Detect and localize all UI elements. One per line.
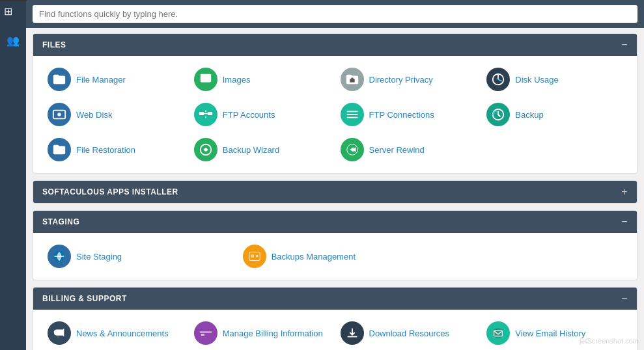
billing-section-header[interactable]: BILLING & SUPPORT −	[33, 288, 637, 310]
view-email-history-label: View Email History	[515, 329, 585, 338]
svg-rect-0	[201, 74, 212, 83]
staging-section-label: STAGING	[42, 217, 79, 226]
file-manager-label: File Manager	[76, 75, 126, 85]
sidebar-users-icon[interactable]: 👥	[4, 31, 22, 49]
web-disk-icon	[48, 103, 71, 126]
softaculous-section-label: SOFTACULOUS APPS INSTALLER	[42, 187, 178, 196]
file-restoration-item[interactable]: File Restoration	[42, 134, 189, 165]
directory-privacy-item[interactable]: Directory Privacy	[335, 64, 482, 95]
sidebar: ⊞ Home 👥	[0, 0, 26, 350]
server-rewind-icon	[341, 138, 364, 161]
backups-management-label: Backups Management	[272, 252, 356, 262]
files-section-header[interactable]: FILES −	[33, 34, 637, 56]
file-manager-item[interactable]: File Manager	[42, 64, 189, 95]
download-resources-item[interactable]: Download Resources	[335, 317, 482, 349]
directory-privacy-icon	[341, 68, 364, 91]
ftp-accounts-label: FTP Accounts	[223, 110, 275, 120]
backup-wizard-icon	[194, 138, 217, 161]
softaculous-section: SOFTACULOUS APPS INSTALLER +	[33, 180, 637, 204]
svg-rect-7	[208, 112, 212, 115]
staging-section-body: Site Staging Backups Management	[33, 233, 637, 280]
ftp-accounts-item[interactable]: FTP Accounts	[189, 99, 335, 130]
main-content: FILES − File Manager Images	[26, 0, 644, 350]
staging-items-grid: Site Staging Backups Management	[42, 241, 628, 272]
watermark: jetScreenshot.com	[580, 337, 639, 345]
softaculous-section-header[interactable]: SOFTACULOUS APPS INSTALLER +	[33, 181, 637, 203]
backup-wizard-item[interactable]: Backup Wizard	[189, 134, 335, 165]
staging-section: STAGING − Site Staging Backu	[33, 210, 637, 280]
ftp-connections-label: FTP Connections	[369, 110, 434, 120]
files-section: FILES − File Manager Images	[33, 33, 637, 174]
svg-point-17	[255, 255, 258, 258]
manage-billing-item[interactable]: Manage Billing Information	[189, 317, 335, 349]
svg-rect-6	[199, 112, 204, 115]
server-rewind-item[interactable]: Server Rewind	[335, 134, 482, 165]
site-staging-item[interactable]: Site Staging	[42, 241, 238, 272]
svg-rect-20	[200, 331, 212, 333]
sidebar-apps-icon[interactable]: ⊞ Home	[4, 5, 22, 23]
backup-icon	[486, 103, 510, 126]
svg-rect-18	[57, 336, 59, 338]
site-staging-label: Site Staging	[76, 252, 122, 262]
web-disk-item[interactable]: Web Disk	[42, 99, 189, 130]
disk-usage-icon	[486, 68, 510, 91]
backups-management-item[interactable]: Backups Management	[238, 241, 433, 272]
svg-point-5	[57, 113, 61, 116]
backup-wizard-label: Backup Wizard	[223, 145, 279, 155]
billing-section-label: BILLING & SUPPORT	[42, 294, 127, 303]
directory-privacy-label: Directory Privacy	[369, 75, 433, 85]
staging-section-header[interactable]: STAGING −	[33, 211, 637, 233]
download-resources-icon	[341, 321, 364, 345]
download-resources-label: Download Resources	[369, 329, 450, 338]
staging-toggle-icon: −	[621, 216, 628, 228]
disk-usage-label: Disk Usage	[515, 75, 558, 85]
billing-section-body: News & Announcements Manage Billing Info…	[33, 310, 637, 350]
files-section-body: File Manager Images Directory Privacy	[33, 56, 637, 173]
images-item[interactable]: Images	[189, 64, 335, 95]
disk-usage-item[interactable]: Disk Usage	[481, 64, 628, 95]
site-staging-icon	[48, 245, 71, 268]
billing-section: BILLING & SUPPORT − News & Announcements	[33, 287, 637, 350]
images-icon	[194, 68, 217, 91]
billing-toggle-icon: −	[621, 293, 628, 304]
svg-rect-21	[201, 334, 204, 336]
svg-point-2	[351, 77, 354, 80]
server-rewind-label: Server Rewind	[369, 145, 425, 155]
file-restoration-label: File Restoration	[76, 145, 135, 155]
svg-rect-15	[249, 252, 260, 261]
ftp-accounts-icon	[194, 103, 217, 126]
svg-rect-16	[251, 254, 254, 258]
billing-items-grid: News & Announcements Manage Billing Info…	[42, 317, 628, 350]
backup-item[interactable]: Backup	[481, 99, 628, 130]
search-input[interactable]	[33, 5, 637, 23]
news-announcements-item[interactable]: News & Announcements	[42, 317, 189, 349]
users-icon: 👥	[7, 34, 20, 47]
files-toggle-icon: −	[621, 39, 628, 51]
home-tooltip: Home	[0, 0, 27, 1]
backup-label: Backup	[515, 110, 543, 120]
manage-billing-icon	[194, 321, 217, 345]
web-disk-label: Web Disk	[76, 110, 112, 120]
manage-billing-label: Manage Billing Information	[223, 329, 323, 338]
files-section-label: FILES	[42, 40, 66, 49]
grid-icon: ⊞	[4, 6, 12, 17]
file-manager-icon	[48, 68, 71, 91]
ftp-connections-icon	[341, 103, 364, 126]
content-area: FILES − File Manager Images	[26, 28, 644, 350]
softaculous-toggle-icon: +	[621, 186, 628, 198]
view-email-history-icon	[486, 321, 510, 345]
images-label: Images	[223, 75, 251, 85]
files-items-grid: File Manager Images Directory Privacy	[42, 64, 628, 165]
search-bar	[26, 0, 644, 28]
ftp-connections-item[interactable]: FTP Connections	[335, 99, 482, 130]
file-restoration-icon	[48, 138, 71, 161]
backups-management-icon	[243, 245, 266, 268]
news-announcements-icon	[48, 321, 71, 345]
news-announcements-label: News & Announcements	[76, 329, 169, 338]
